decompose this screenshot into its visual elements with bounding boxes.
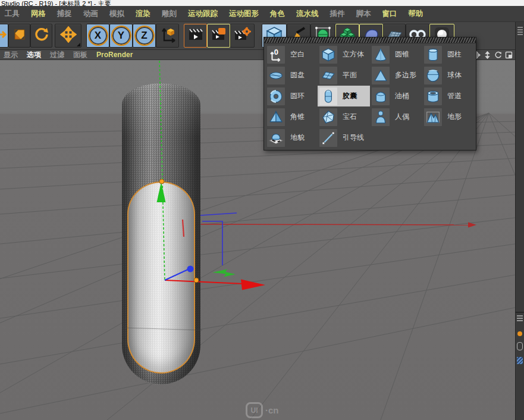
menu-snap[interactable]: 捕捉 bbox=[57, 9, 72, 19]
rotate-view-icon[interactable] bbox=[494, 51, 502, 59]
zoom-view-icon[interactable] bbox=[484, 51, 491, 59]
primitive-gem[interactable]: 宝石 bbox=[318, 106, 370, 127]
primitive-landscape[interactable]: 地形 bbox=[422, 106, 475, 127]
primitive-null[interactable]: 0 空白 bbox=[265, 44, 318, 65]
lock-z-axis-button[interactable]: Z bbox=[133, 24, 156, 48]
move-tool-button[interactable] bbox=[55, 24, 81, 48]
clapperboard-region-icon bbox=[211, 27, 227, 45]
clapperboard-gear-icon bbox=[234, 27, 251, 45]
menu-script[interactable]: 脚本 bbox=[356, 9, 371, 19]
flyout-corner-icon bbox=[77, 43, 80, 46]
title-bar: Studio (RC - R19) - [未标题 2 *] - 主要 bbox=[0, 0, 524, 6]
scale-tool-button[interactable] bbox=[8, 24, 30, 48]
primitive-guide[interactable]: 引导线 bbox=[318, 127, 370, 148]
vp-menu-filter[interactable]: 过滤 bbox=[50, 50, 64, 60]
primitive-tube[interactable]: 管道 bbox=[422, 86, 475, 106]
lock-x-axis-button[interactable]: X bbox=[86, 24, 109, 48]
cinema4d-window: Studio (RC - R19) - [未标题 2 *] - 主要 工具 网格… bbox=[0, 0, 524, 420]
viewport-controls bbox=[473, 51, 515, 59]
landscape-icon bbox=[424, 108, 442, 126]
watermark: UI ·cn bbox=[246, 402, 279, 418]
blue-hatch-icon[interactable] bbox=[517, 357, 523, 364]
grip-lines-icon[interactable] bbox=[517, 315, 523, 322]
scale-icon bbox=[12, 27, 27, 44]
menu-help[interactable]: 帮助 bbox=[409, 9, 423, 19]
move-icon bbox=[60, 26, 77, 45]
primitive-cylinder[interactable]: 圆柱 bbox=[422, 44, 475, 65]
axis-y-icon: Y bbox=[111, 26, 131, 46]
vp-menu-options[interactable]: 选项 bbox=[27, 50, 41, 60]
primitive-polygon[interactable]: 多边形 bbox=[370, 65, 422, 86]
render-settings-button[interactable] bbox=[230, 24, 255, 48]
svg-text:0: 0 bbox=[274, 48, 278, 57]
disc-icon bbox=[267, 67, 285, 84]
primitive-capsule[interactable]: 胶囊 bbox=[318, 86, 370, 106]
primitive-relief[interactable]: 地貌 bbox=[265, 127, 318, 148]
maximize-view-icon[interactable] bbox=[505, 51, 513, 59]
menu-motion-tracker[interactable]: 运动跟踪 bbox=[188, 9, 218, 19]
partial-tool-button[interactable] bbox=[0, 24, 8, 48]
render-region-button[interactable] bbox=[207, 24, 230, 48]
torus-icon bbox=[267, 87, 285, 105]
menu-mograph[interactable]: 运动图形 bbox=[229, 9, 259, 19]
menu-window[interactable]: 窗口 bbox=[382, 9, 397, 19]
relief-icon bbox=[267, 129, 285, 147]
cone-icon bbox=[372, 46, 390, 64]
menu-simulate[interactable]: 模拟 bbox=[109, 9, 124, 19]
pyramid-icon bbox=[267, 108, 285, 126]
watermark-suffix: ·cn bbox=[265, 405, 279, 415]
capsule-object-selected[interactable] bbox=[127, 181, 195, 374]
clapperboard-icon bbox=[188, 27, 203, 45]
coordinate-axes-icon bbox=[159, 26, 176, 45]
gem-icon bbox=[319, 108, 337, 126]
menu-sculpt[interactable]: 雕刻 bbox=[162, 9, 177, 19]
plane-icon bbox=[319, 67, 337, 84]
menu-animate[interactable]: 动画 bbox=[83, 9, 98, 19]
vp-menu-prorender[interactable]: ProRender bbox=[96, 51, 133, 59]
cylinder-icon bbox=[424, 46, 442, 64]
coordinate-system-button[interactable] bbox=[156, 24, 179, 48]
primitive-cube[interactable]: 立方体 bbox=[318, 44, 370, 65]
menu-pipeline[interactable]: 流水线 bbox=[296, 9, 319, 19]
primitives-grid: 0 空白 立方体 圆锥 圆柱 圆盘 平面 bbox=[264, 43, 476, 149]
window-title: Studio (RC - R19) - [未标题 2 *] - 主要 bbox=[1, 0, 524, 6]
null-axis-icon: 0 bbox=[267, 46, 285, 64]
sphere-icon bbox=[424, 67, 442, 84]
guide-icon bbox=[319, 129, 337, 147]
primitive-torus[interactable]: 圆环 bbox=[265, 86, 318, 106]
menu-render[interactable]: 渲染 bbox=[136, 9, 150, 19]
menu-tools[interactable]: 工具 bbox=[5, 9, 20, 19]
render-view-button[interactable] bbox=[184, 24, 207, 48]
primitive-disc[interactable]: 圆盘 bbox=[265, 65, 318, 86]
polygon-icon bbox=[372, 67, 390, 84]
primitive-plane[interactable]: 平面 bbox=[318, 65, 370, 86]
menu-plugins[interactable]: 插件 bbox=[330, 9, 345, 19]
vp-menu-display[interactable]: 显示 bbox=[4, 50, 18, 60]
vp-menu-panel[interactable]: 面板 bbox=[73, 50, 87, 60]
panel-grip-icon[interactable] bbox=[517, 27, 523, 35]
menu-bar: 工具 网格 捕捉 动画 模拟 渲染 雕刻 运动跟踪 运动图形 角色 流水线 插件… bbox=[0, 6, 524, 22]
right-panel-edge bbox=[515, 22, 524, 420]
lock-y-axis-button[interactable]: Y bbox=[109, 24, 133, 48]
tube-icon bbox=[424, 87, 442, 105]
primitives-popup-menu: 0 空白 立方体 圆锥 圆柱 圆盘 平面 bbox=[263, 37, 476, 151]
rotate-tool-button[interactable] bbox=[30, 24, 52, 48]
panel-divider bbox=[516, 312, 524, 313]
menu-character[interactable]: 角色 bbox=[270, 9, 285, 19]
watermark-badge: UI bbox=[246, 402, 263, 418]
primitive-cone[interactable]: 圆锥 bbox=[370, 44, 422, 65]
figure-icon bbox=[372, 108, 390, 126]
capsule-icon bbox=[319, 87, 337, 105]
pill-outline-icon[interactable] bbox=[517, 342, 523, 350]
primitive-figure[interactable]: 人偶 bbox=[370, 106, 422, 127]
axis-z-icon: Z bbox=[134, 26, 155, 46]
rotate-icon bbox=[34, 27, 49, 45]
menu-mesh[interactable]: 网格 bbox=[31, 9, 46, 19]
primitive-pyramid[interactable]: 角锥 bbox=[265, 106, 318, 127]
popup-drag-handle[interactable] bbox=[264, 37, 476, 43]
cube-icon bbox=[319, 46, 337, 64]
oiltank-icon bbox=[372, 87, 390, 105]
primitive-oiltank[interactable]: 油桶 bbox=[370, 86, 422, 106]
orange-dot-icon[interactable] bbox=[517, 331, 522, 336]
primitive-sphere[interactable]: 球体 bbox=[422, 65, 475, 86]
